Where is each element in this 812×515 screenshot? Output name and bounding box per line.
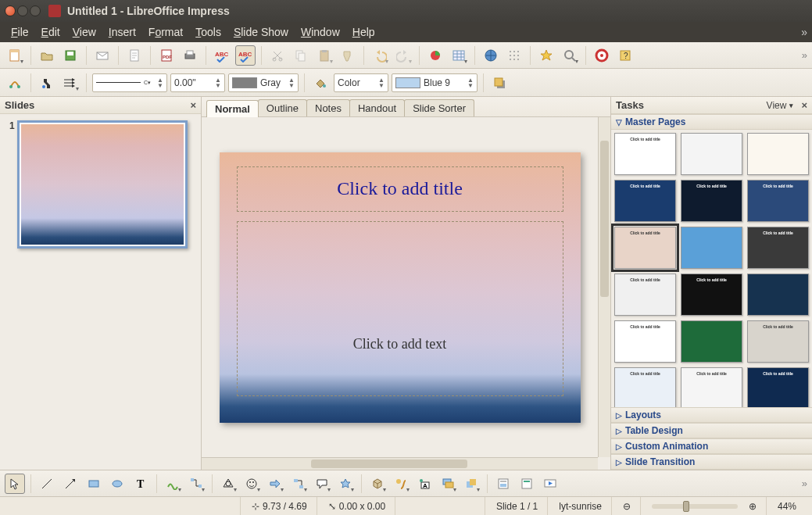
grid-button[interactable] <box>504 45 524 66</box>
slide-design-button[interactable] <box>517 474 537 494</box>
symbol-shapes-button[interactable]: ▾ <box>241 474 262 494</box>
master-page-thumb[interactable] <box>747 133 809 175</box>
hyperlink-button[interactable] <box>481 45 501 66</box>
line-style-select[interactable]: C▾▲▼ <box>92 73 167 92</box>
slide-canvas[interactable]: Click to add title Click to add text ⬉ <box>202 117 610 470</box>
3d-objects-button[interactable]: ▾ <box>367 474 388 494</box>
tasks-panel-close-icon[interactable]: × <box>801 99 807 111</box>
window-close-button[interactable] <box>5 5 16 16</box>
menu-overflow-icon[interactable]: » <box>801 26 807 38</box>
section-slide-transition[interactable]: ▷Slide Transition <box>611 454 812 470</box>
slide-thumbnail[interactable]: 1 <box>6 120 195 249</box>
menu-edit[interactable]: Edit <box>35 24 66 40</box>
arrow-tool-button[interactable] <box>60 474 80 494</box>
section-master-pages[interactable]: ▽Master Pages <box>611 114 812 130</box>
undo-button[interactable]: ▾ <box>370 45 390 66</box>
callouts-button[interactable]: ▾ <box>312 474 332 494</box>
master-page-thumb[interactable]: Click to add title <box>747 180 809 222</box>
zoom-in-button[interactable]: ⊕ <box>749 497 767 515</box>
text-tool-button[interactable]: T <box>131 474 151 494</box>
window-maximize-button[interactable] <box>30 5 41 16</box>
drawing-toolbar-overflow-icon[interactable]: » <box>802 477 807 489</box>
glue-points-button[interactable] <box>37 73 57 93</box>
master-page-thumb[interactable]: Click to add title <box>681 180 742 222</box>
flowchart-button[interactable]: ▾ <box>288 474 309 494</box>
master-page-thumb[interactable]: Click to add title <box>614 180 676 222</box>
master-page-thumb[interactable] <box>681 133 742 175</box>
master-page-thumb[interactable]: Click to add title <box>681 274 742 316</box>
line-color-select[interactable]: Gray▲▼ <box>228 73 299 92</box>
email-button[interactable] <box>92 45 113 66</box>
fill-tool-button[interactable] <box>310 73 331 93</box>
master-page-thumb[interactable]: Click to add title <box>614 367 676 407</box>
slides-panel-close-icon[interactable]: × <box>190 99 196 111</box>
zoom-out-button[interactable]: ⊖ <box>623 497 641 515</box>
master-page-thumb[interactable] <box>681 227 742 269</box>
insert-button[interactable]: ▾ <box>391 474 411 494</box>
save-button[interactable] <box>60 45 80 66</box>
master-page-thumb[interactable]: Click to add title <box>681 367 742 407</box>
edit-points-button[interactable] <box>5 73 25 93</box>
menu-tools[interactable]: Tools <box>189 24 227 40</box>
tab-handout[interactable]: Handout <box>349 99 405 116</box>
stars-button[interactable]: ▾ <box>335 474 356 494</box>
align-button[interactable]: ▾ <box>438 474 458 494</box>
horizontal-scrollbar[interactable] <box>202 457 598 470</box>
redo-button[interactable]: ▾ <box>393 45 413 66</box>
spellcheck-button[interactable]: ABC <box>212 45 232 66</box>
master-page-thumb[interactable]: Click to add title <box>614 320 676 363</box>
arrange-button[interactable]: ▾ <box>461 474 481 494</box>
tab-notes[interactable]: Notes <box>306 99 350 116</box>
menu-window[interactable]: Window <box>295 24 346 40</box>
cut-button[interactable] <box>267 45 288 66</box>
slide[interactable]: Click to add title Click to add text <box>220 152 581 423</box>
rectangle-tool-button[interactable] <box>84 474 104 494</box>
section-layouts[interactable]: ▷Layouts <box>611 407 812 423</box>
table-button[interactable]: ▾ <box>449 45 469 66</box>
menu-help[interactable]: Help <box>346 24 381 40</box>
master-page-thumb[interactable]: Click to add title <box>614 133 676 175</box>
open-button[interactable] <box>37 45 57 66</box>
tasks-view-dropdown-icon[interactable]: ▾ <box>789 102 793 109</box>
section-table-design[interactable]: ▷Table Design <box>611 423 812 438</box>
section-custom-animation[interactable]: ▷Custom Animation <box>611 438 812 454</box>
zoom-button[interactable]: ▾ <box>560 45 580 66</box>
print-button[interactable] <box>180 45 200 66</box>
line-arrow-style-button[interactable]: ▾ <box>60 73 80 93</box>
menu-file[interactable]: File <box>5 24 35 40</box>
tab-slide-sorter[interactable]: Slide Sorter <box>404 99 474 116</box>
master-page-thumb[interactable] <box>747 274 809 316</box>
select-tool-button[interactable] <box>5 474 25 494</box>
menu-insert[interactable]: Insert <box>102 24 142 40</box>
help-button[interactable] <box>592 45 612 66</box>
title-placeholder[interactable]: Click to add title <box>237 166 563 212</box>
export-pdf-button[interactable]: PDF <box>156 45 177 66</box>
basic-shapes-button[interactable]: ▾ <box>218 474 238 494</box>
master-page-thumb[interactable]: Click to add title <box>614 227 676 269</box>
block-arrows-button[interactable]: ▾ <box>265 474 285 494</box>
master-page-thumb[interactable]: Click to add title <box>747 227 809 269</box>
slide-show-button[interactable] <box>540 474 560 494</box>
zoom-slider[interactable] <box>652 504 738 509</box>
rotate-button[interactable]: A <box>414 474 435 494</box>
slide-layout-button[interactable] <box>493 474 513 494</box>
window-minimize-button[interactable] <box>17 5 28 16</box>
menu-view[interactable]: View <box>66 24 102 40</box>
paste-button[interactable]: ▾ <box>314 45 334 66</box>
tab-normal[interactable]: Normal <box>206 100 259 117</box>
tasks-view-menu[interactable]: View <box>767 100 787 111</box>
chart-button[interactable] <box>425 45 445 66</box>
whats-this-button[interactable]: ? <box>615 45 635 66</box>
curve-tool-button[interactable]: ▾ <box>163 474 183 494</box>
vertical-scrollbar[interactable] <box>598 117 610 457</box>
master-page-thumb[interactable]: Click to add title <box>747 367 809 407</box>
tab-outline[interactable]: Outline <box>258 99 307 116</box>
menu-slideshow[interactable]: Slide Show <box>227 24 295 40</box>
line-tool-button[interactable] <box>37 474 57 494</box>
edit-file-button[interactable] <box>124 45 145 66</box>
new-doc-button[interactable]: ▾ <box>5 45 25 66</box>
copy-button[interactable] <box>291 45 311 66</box>
ellipse-tool-button[interactable] <box>107 474 127 494</box>
zoom-level[interactable]: 44% <box>778 497 806 515</box>
fill-type-select[interactable]: Color▲▼ <box>334 73 388 92</box>
